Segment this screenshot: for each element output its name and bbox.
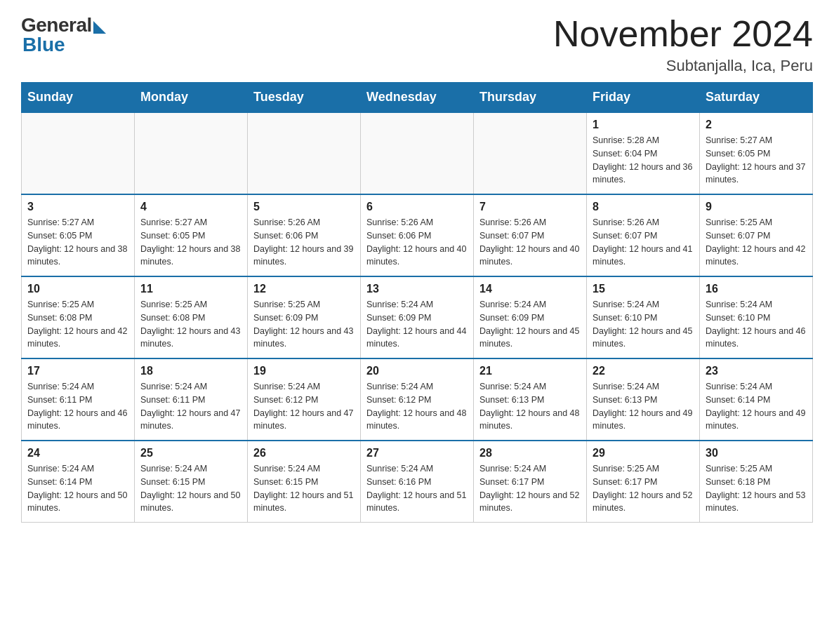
calendar-week-row: 17Sunrise: 5:24 AM Sunset: 6:11 PM Dayli… (22, 358, 813, 441)
table-row: 29Sunrise: 5:25 AM Sunset: 6:17 PM Dayli… (587, 441, 700, 523)
header-monday: Monday (135, 83, 248, 113)
day-info: Sunrise: 5:24 AM Sunset: 6:15 PM Dayligh… (140, 462, 241, 515)
day-number: 11 (140, 283, 241, 295)
day-number: 8 (593, 201, 694, 213)
table-row: 20Sunrise: 5:24 AM Sunset: 6:12 PM Dayli… (361, 358, 474, 441)
day-info: Sunrise: 5:24 AM Sunset: 6:14 PM Dayligh… (706, 380, 807, 433)
table-row (474, 112, 587, 194)
day-number: 23 (706, 365, 807, 377)
table-row: 3Sunrise: 5:27 AM Sunset: 6:05 PM Daylig… (22, 194, 135, 276)
header-tuesday: Tuesday (248, 83, 361, 113)
table-row: 15Sunrise: 5:24 AM Sunset: 6:10 PM Dayli… (587, 276, 700, 358)
logo-triangle-icon (93, 21, 106, 34)
calendar-week-row: 10Sunrise: 5:25 AM Sunset: 6:08 PM Dayli… (22, 276, 813, 358)
day-number: 21 (479, 365, 581, 377)
table-row: 7Sunrise: 5:26 AM Sunset: 6:07 PM Daylig… (474, 194, 587, 276)
table-row: 19Sunrise: 5:24 AM Sunset: 6:12 PM Dayli… (248, 358, 361, 441)
day-info: Sunrise: 5:24 AM Sunset: 6:09 PM Dayligh… (479, 298, 581, 351)
calendar-week-row: 24Sunrise: 5:24 AM Sunset: 6:14 PM Dayli… (22, 441, 813, 523)
table-row: 5Sunrise: 5:26 AM Sunset: 6:06 PM Daylig… (248, 194, 361, 276)
day-number: 24 (27, 447, 128, 459)
day-number: 26 (253, 447, 355, 459)
table-row: 11Sunrise: 5:25 AM Sunset: 6:08 PM Dayli… (135, 276, 248, 358)
table-row: 6Sunrise: 5:26 AM Sunset: 6:06 PM Daylig… (361, 194, 474, 276)
table-row: 26Sunrise: 5:24 AM Sunset: 6:15 PM Dayli… (248, 441, 361, 523)
day-info: Sunrise: 5:25 AM Sunset: 6:08 PM Dayligh… (27, 298, 128, 351)
table-row: 17Sunrise: 5:24 AM Sunset: 6:11 PM Dayli… (22, 358, 135, 441)
table-row: 21Sunrise: 5:24 AM Sunset: 6:13 PM Dayli… (474, 358, 587, 441)
day-info: Sunrise: 5:24 AM Sunset: 6:16 PM Dayligh… (366, 462, 468, 515)
table-row: 28Sunrise: 5:24 AM Sunset: 6:17 PM Dayli… (474, 441, 587, 523)
day-info: Sunrise: 5:24 AM Sunset: 6:12 PM Dayligh… (253, 380, 355, 433)
calendar-header-row: Sunday Monday Tuesday Wednesday Thursday… (22, 83, 813, 113)
day-info: Sunrise: 5:25 AM Sunset: 6:09 PM Dayligh… (253, 298, 355, 351)
day-info: Sunrise: 5:24 AM Sunset: 6:12 PM Dayligh… (366, 380, 468, 433)
day-info: Sunrise: 5:24 AM Sunset: 6:13 PM Dayligh… (593, 380, 694, 433)
day-number: 19 (253, 365, 355, 377)
table-row (22, 112, 135, 194)
day-info: Sunrise: 5:26 AM Sunset: 6:07 PM Dayligh… (593, 216, 694, 269)
table-row: 30Sunrise: 5:25 AM Sunset: 6:18 PM Dayli… (700, 441, 813, 523)
day-number: 16 (706, 283, 807, 295)
table-row: 12Sunrise: 5:25 AM Sunset: 6:09 PM Dayli… (248, 276, 361, 358)
logo: General Blue (21, 14, 106, 56)
day-number: 14 (479, 283, 581, 295)
day-info: Sunrise: 5:24 AM Sunset: 6:15 PM Dayligh… (253, 462, 355, 515)
day-number: 15 (593, 283, 694, 295)
header-sunday: Sunday (22, 83, 135, 113)
table-row: 4Sunrise: 5:27 AM Sunset: 6:05 PM Daylig… (135, 194, 248, 276)
day-number: 27 (366, 447, 468, 459)
day-number: 25 (140, 447, 241, 459)
table-row (361, 112, 474, 194)
page-header: General Blue November 2024 Subtanjalla, … (21, 14, 813, 75)
month-title: November 2024 (553, 14, 813, 54)
day-number: 22 (593, 365, 694, 377)
table-row (135, 112, 248, 194)
day-number: 18 (140, 365, 241, 377)
table-row: 27Sunrise: 5:24 AM Sunset: 6:16 PM Dayli… (361, 441, 474, 523)
day-info: Sunrise: 5:26 AM Sunset: 6:06 PM Dayligh… (366, 216, 468, 269)
table-row: 24Sunrise: 5:24 AM Sunset: 6:14 PM Dayli… (22, 441, 135, 523)
day-info: Sunrise: 5:24 AM Sunset: 6:10 PM Dayligh… (593, 298, 694, 351)
table-row: 1Sunrise: 5:28 AM Sunset: 6:04 PM Daylig… (587, 112, 700, 194)
table-row: 10Sunrise: 5:25 AM Sunset: 6:08 PM Dayli… (22, 276, 135, 358)
table-row: 18Sunrise: 5:24 AM Sunset: 6:11 PM Dayli… (135, 358, 248, 441)
calendar-week-row: 1Sunrise: 5:28 AM Sunset: 6:04 PM Daylig… (22, 112, 813, 194)
day-info: Sunrise: 5:24 AM Sunset: 6:11 PM Dayligh… (27, 380, 128, 433)
day-info: Sunrise: 5:25 AM Sunset: 6:18 PM Dayligh… (706, 462, 807, 515)
day-info: Sunrise: 5:26 AM Sunset: 6:06 PM Dayligh… (253, 216, 355, 269)
day-number: 3 (27, 201, 128, 213)
day-number: 10 (27, 283, 128, 295)
day-number: 13 (366, 283, 468, 295)
day-number: 12 (253, 283, 355, 295)
day-info: Sunrise: 5:26 AM Sunset: 6:07 PM Dayligh… (479, 216, 581, 269)
day-info: Sunrise: 5:28 AM Sunset: 6:04 PM Dayligh… (593, 134, 694, 187)
table-row: 16Sunrise: 5:24 AM Sunset: 6:10 PM Dayli… (700, 276, 813, 358)
day-number: 9 (706, 201, 807, 213)
day-info: Sunrise: 5:24 AM Sunset: 6:14 PM Dayligh… (27, 462, 128, 515)
table-row: 13Sunrise: 5:24 AM Sunset: 6:09 PM Dayli… (361, 276, 474, 358)
day-info: Sunrise: 5:25 AM Sunset: 6:08 PM Dayligh… (140, 298, 241, 351)
title-block: November 2024 Subtanjalla, Ica, Peru (553, 14, 813, 75)
day-number: 30 (706, 447, 807, 459)
table-row: 22Sunrise: 5:24 AM Sunset: 6:13 PM Dayli… (587, 358, 700, 441)
day-info: Sunrise: 5:24 AM Sunset: 6:09 PM Dayligh… (366, 298, 468, 351)
table-row: 8Sunrise: 5:26 AM Sunset: 6:07 PM Daylig… (587, 194, 700, 276)
day-info: Sunrise: 5:24 AM Sunset: 6:17 PM Dayligh… (479, 462, 581, 515)
day-info: Sunrise: 5:25 AM Sunset: 6:17 PM Dayligh… (593, 462, 694, 515)
day-number: 4 (140, 201, 241, 213)
day-number: 2 (706, 119, 807, 131)
day-info: Sunrise: 5:25 AM Sunset: 6:07 PM Dayligh… (706, 216, 807, 269)
day-number: 29 (593, 447, 694, 459)
day-number: 17 (27, 365, 128, 377)
day-info: Sunrise: 5:24 AM Sunset: 6:10 PM Dayligh… (706, 298, 807, 351)
day-info: Sunrise: 5:27 AM Sunset: 6:05 PM Dayligh… (706, 134, 807, 187)
day-number: 20 (366, 365, 468, 377)
day-info: Sunrise: 5:24 AM Sunset: 6:11 PM Dayligh… (140, 380, 241, 433)
day-number: 7 (479, 201, 581, 213)
table-row: 23Sunrise: 5:24 AM Sunset: 6:14 PM Dayli… (700, 358, 813, 441)
day-info: Sunrise: 5:27 AM Sunset: 6:05 PM Dayligh… (27, 216, 128, 269)
table-row (248, 112, 361, 194)
day-number: 6 (366, 201, 468, 213)
day-number: 28 (479, 447, 581, 459)
